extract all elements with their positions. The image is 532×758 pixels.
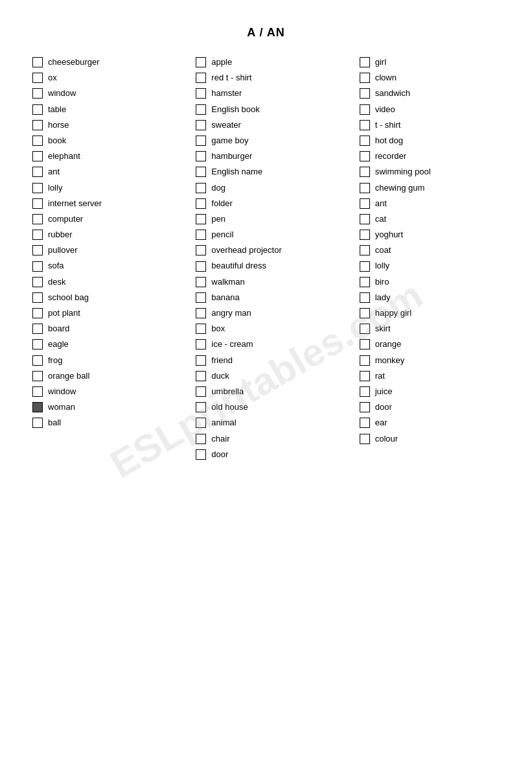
list-item: happy girl [360, 306, 500, 320]
word-label: book [48, 135, 66, 147]
checkbox[interactable] [196, 88, 206, 99]
checkbox[interactable] [360, 245, 370, 255]
checkbox[interactable] [360, 371, 370, 381]
checkbox[interactable] [32, 277, 43, 287]
checkbox[interactable] [360, 151, 370, 161]
checkbox[interactable] [360, 214, 370, 224]
list-item: internet server [32, 196, 172, 211]
checkbox[interactable] [196, 355, 206, 366]
checkbox[interactable] [360, 198, 370, 209]
checkbox[interactable] [196, 434, 206, 444]
checkbox[interactable] [32, 355, 43, 366]
list-item: angry man [196, 306, 336, 320]
checkbox[interactable] [196, 261, 206, 272]
checkbox[interactable] [196, 418, 206, 428]
checkbox[interactable] [196, 183, 206, 193]
word-label: game boy [211, 135, 248, 147]
checkbox[interactable] [196, 136, 206, 146]
checkbox[interactable] [196, 292, 206, 303]
checkbox[interactable] [32, 136, 43, 146]
checkbox[interactable] [360, 57, 370, 67]
checkbox[interactable] [32, 371, 43, 381]
word-label: ant [375, 198, 387, 209]
checkbox[interactable] [32, 402, 43, 412]
checkbox[interactable] [32, 386, 43, 397]
checkbox[interactable] [360, 73, 370, 83]
checkbox[interactable] [196, 402, 206, 412]
list-item: coat [360, 243, 500, 257]
checkbox[interactable] [32, 167, 43, 177]
word-label: elephant [48, 150, 80, 162]
checkbox[interactable] [360, 136, 370, 146]
checkbox[interactable] [32, 261, 43, 272]
checkbox[interactable] [32, 418, 43, 428]
checkbox[interactable] [360, 418, 370, 428]
checkbox[interactable] [360, 386, 370, 397]
checkbox[interactable] [196, 386, 206, 397]
checkbox[interactable] [32, 73, 43, 83]
word-label: cat [375, 213, 386, 225]
checkbox[interactable] [360, 230, 370, 240]
checkbox[interactable] [360, 277, 370, 287]
page-title: A / AN [32, 26, 500, 40]
checkbox[interactable] [32, 230, 43, 240]
checkbox[interactable] [360, 261, 370, 272]
checkbox[interactable] [196, 120, 206, 130]
checkbox[interactable] [360, 402, 370, 412]
checkbox[interactable] [360, 292, 370, 303]
checkbox[interactable] [196, 73, 206, 83]
checkbox[interactable] [32, 120, 43, 130]
checkbox[interactable] [32, 57, 43, 67]
checkbox[interactable] [32, 183, 43, 193]
checkbox[interactable] [32, 88, 43, 99]
checkbox[interactable] [196, 167, 206, 177]
word-label: cheeseburger [48, 56, 100, 68]
checkbox[interactable] [196, 198, 206, 209]
checkbox[interactable] [196, 308, 206, 318]
word-label: window [48, 88, 76, 99]
checkbox[interactable] [196, 57, 206, 67]
checkbox[interactable] [360, 355, 370, 366]
list-item: orange [360, 337, 500, 351]
checkbox[interactable] [196, 214, 206, 224]
word-label: hot dog [375, 135, 403, 147]
checkbox[interactable] [196, 277, 206, 287]
checkbox[interactable] [32, 198, 43, 209]
word-label: friend [211, 355, 233, 366]
checkbox[interactable] [196, 245, 206, 255]
checkbox[interactable] [196, 339, 206, 349]
checkbox[interactable] [360, 88, 370, 99]
checkbox[interactable] [32, 245, 43, 255]
checkbox[interactable] [196, 151, 206, 161]
list-item: orange ball [32, 369, 172, 383]
list-item: walkman [196, 275, 336, 289]
checkbox[interactable] [360, 167, 370, 177]
checkbox[interactable] [360, 324, 370, 334]
checkbox[interactable] [196, 324, 206, 334]
list-item: duck [196, 369, 336, 383]
checkbox[interactable] [360, 434, 370, 444]
checkbox[interactable] [32, 104, 43, 115]
word-label: clown [375, 72, 397, 84]
column-2: applered t - shirthamsterEnglish bookswe… [196, 55, 336, 462]
checkbox[interactable] [196, 230, 206, 240]
checkbox[interactable] [196, 104, 206, 115]
checkbox[interactable] [360, 339, 370, 349]
checkbox[interactable] [360, 183, 370, 193]
checkbox[interactable] [32, 151, 43, 161]
checkbox[interactable] [360, 104, 370, 115]
word-label: pen [211, 213, 226, 225]
word-label: desk [48, 276, 65, 288]
word-label: hamburger [211, 150, 252, 162]
checkbox[interactable] [32, 308, 43, 318]
list-item: rubber [32, 228, 172, 242]
checkbox[interactable] [360, 308, 370, 318]
checkbox[interactable] [360, 120, 370, 130]
checkbox[interactable] [32, 324, 43, 334]
checkbox[interactable] [32, 214, 43, 224]
word-label: window [48, 386, 76, 397]
checkbox[interactable] [196, 371, 206, 381]
checkbox[interactable] [32, 292, 43, 303]
checkbox[interactable] [32, 339, 43, 349]
checkbox[interactable] [196, 449, 206, 460]
